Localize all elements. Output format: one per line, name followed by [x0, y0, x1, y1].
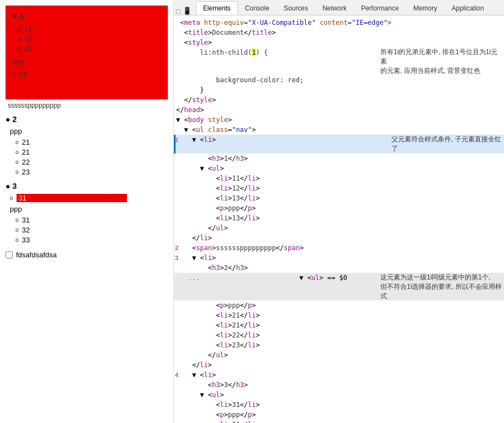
- section-1-list: 11 12 13: [12, 25, 161, 53]
- list-item: 31: [15, 216, 168, 224]
- section-1-number: ● 1: [12, 11, 161, 20]
- code-line: <li>31</li>: [174, 420, 504, 423]
- code-line-span: 2 <span>ssssssppppppppp</span>: [174, 243, 504, 253]
- section-2-header: ● 2: [6, 115, 168, 124]
- tab-console[interactable]: Console: [238, 1, 277, 15]
- tab-memory[interactable]: Memory: [406, 1, 444, 15]
- inspect-icon[interactable]: ⬚: [176, 7, 181, 15]
- code-line: <li>21</li>: [174, 310, 504, 320]
- section-3-list: 31 32 33: [10, 216, 168, 244]
- code-line: ▼ <ul>: [174, 163, 504, 173]
- section-2-list: 21 21 22 23: [10, 138, 168, 176]
- section-3: ● 3 31 ppp 31 32 33: [6, 182, 168, 244]
- code-line: </ul>: [174, 223, 504, 233]
- code-line: ▼ <ul class="nav">: [174, 125, 504, 135]
- list-item: 23: [15, 168, 168, 176]
- code-line: ▼ <ul>: [174, 390, 504, 400]
- bracket-1: 1: [175, 135, 178, 145]
- list-item: 21: [15, 138, 168, 146]
- code-line: <li>13</li>: [174, 193, 504, 203]
- section-1-ppp: ppp: [12, 57, 161, 66]
- list-item: 13: [18, 45, 161, 53]
- highlighted-31: 31: [17, 194, 127, 202]
- section-1-footer: ssssssppppppppp: [8, 102, 168, 109]
- annotation-3: 这元素为这一级1i同级元素中的第1个,但不符合1i选择器的要求, 所以不会应用样…: [380, 273, 502, 300]
- device-icon[interactable]: 📱: [183, 7, 192, 15]
- code-line: <li>12</li>: [174, 183, 504, 193]
- code-line: <title>Document</title>: [174, 28, 504, 38]
- list-item: 33: [15, 236, 168, 244]
- section-2-content: ppp 21 21 22 23: [10, 127, 168, 176]
- code-line: <p>ppp</p>: [174, 410, 504, 420]
- code-line: <style>: [174, 38, 504, 47]
- checkbox-row: fdsafdsafdsa: [6, 251, 168, 259]
- bracket-4: 4: [175, 370, 178, 380]
- section-3-content: 31 ppp 31 32 33: [10, 194, 168, 244]
- annotation-1: 所有1i的兄弟元素中, 排在1号位且为1i元素的元素, 应用当前样式, 背景变红…: [380, 47, 502, 75]
- tab-performance[interactable]: Performance: [354, 1, 406, 15]
- code-line: li:nth-child(1) { 所有1i的兄弟元素中, 排在1号位且为1i元…: [174, 47, 504, 75]
- code-line: <meta http-equiv="X-UA-Compatible" conte…: [174, 18, 504, 28]
- code-line-li3[interactable]: 4 ▼ <li>: [174, 370, 504, 380]
- tab-network[interactable]: Network: [315, 1, 354, 15]
- code-line: <li>11</li>: [174, 173, 504, 183]
- code-line: ▼ <body style>: [174, 115, 504, 125]
- tab-sources[interactable]: Sources: [277, 1, 315, 15]
- code-line: <li>21</li>: [174, 320, 504, 330]
- code-line: <p>ppp</p>: [174, 300, 504, 310]
- bracket-2: 2: [175, 243, 178, 253]
- code-line: background-color: red;: [174, 75, 504, 85]
- section-3-highlighted-li: 31: [10, 194, 168, 202]
- code-area[interactable]: <meta http-equiv="X-UA-Compatible" conte…: [174, 15, 504, 423]
- list-item: 32: [15, 226, 168, 234]
- annotation-2: 父元素符合样式条件, 子元素直接全红了: [391, 135, 502, 154]
- section-3-ppp: ppp: [10, 205, 168, 213]
- checkbox-fdsafdsafdsa[interactable]: [6, 251, 13, 258]
- checkbox-label: fdsafdsafdsa: [16, 251, 57, 259]
- tab-application[interactable]: Application: [444, 1, 491, 15]
- code-line: <li>22</li>: [174, 330, 504, 340]
- tab-elements[interactable]: Elements: [196, 1, 238, 15]
- code-line: <h3>3</h3>: [174, 380, 504, 390]
- code-line: }: [174, 85, 504, 95]
- section-2-ppp: ppp: [10, 127, 168, 135]
- section-1-red-box: ● 1 11 12 13 ppp 13: [6, 6, 168, 99]
- code-line: <li>13</li>: [174, 213, 504, 223]
- code-line: <h3>2</h3>: [174, 263, 504, 273]
- code-line: </ul>: [174, 350, 504, 360]
- list-item: 11: [18, 25, 161, 33]
- code-line: <li>31</li>: [174, 400, 504, 410]
- code-line-ul-selected[interactable]: ... ▼ <ul> == $0 这元素为这一级1i同级元素中的第1个,但不符合…: [174, 273, 504, 300]
- code-line-li1[interactable]: ▼ <li> 1 父元素符合样式条件, 子元素直接全红了: [174, 135, 504, 154]
- section-1-extra-li: 13: [12, 70, 161, 78]
- list-item: 22: [15, 158, 168, 166]
- left-panel: ● 1 11 12 13 ppp 13 ssssssppppppppp ● 2 …: [0, 0, 174, 423]
- bracket-3: 3: [175, 253, 178, 263]
- section-3-header: ● 3: [6, 182, 168, 191]
- code-line: <h3>1</h3>: [174, 154, 504, 163]
- list-item: 21: [15, 148, 168, 156]
- section-1: ● 1 11 12 13 ppp 13 ssssssppppppppp: [6, 6, 168, 109]
- section-2: ● 2 ppp 21 21 22 23: [6, 115, 168, 176]
- code-line: <p>ppp</p>: [174, 203, 504, 213]
- list-item: 12: [18, 35, 161, 43]
- devtools-tab-bar: ⬚ 📱 Elements Console Sources Network Per…: [174, 0, 504, 15]
- code-line: </li>: [174, 360, 504, 370]
- devtools-panel: ⬚ 📱 Elements Console Sources Network Per…: [174, 0, 504, 423]
- code-line: <li>23</li>: [174, 340, 504, 350]
- code-line: </head>: [174, 105, 504, 115]
- code-line: </style>: [174, 95, 504, 105]
- code-line-li2[interactable]: 3 ▼ <li>: [174, 253, 504, 263]
- code-line: </li>: [174, 233, 504, 243]
